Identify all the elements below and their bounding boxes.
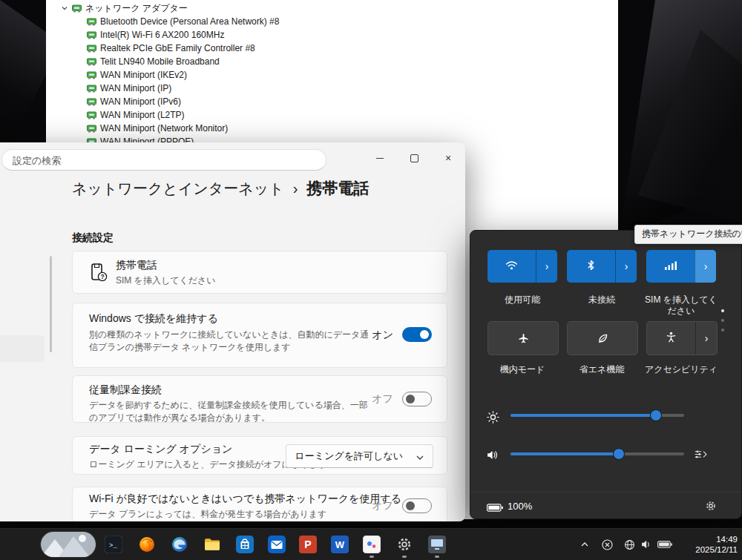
accessibility-button[interactable] — [647, 322, 695, 355]
taskbar: >_ P W 1 — [0, 528, 742, 560]
taskbar-app-edge[interactable] — [165, 530, 194, 559]
bluetooth-toggle-button[interactable] — [567, 250, 615, 283]
airplane-mode-tile[interactable] — [487, 321, 559, 355]
tree-node-network-adapters[interactable]: ネットワーク アダプター — [61, 1, 279, 15]
audio-output-button[interactable] — [695, 449, 709, 462]
circle-x-icon — [602, 539, 613, 550]
battery-icon — [657, 541, 672, 548]
close-icon: × — [445, 152, 451, 164]
leaf-icon — [568, 322, 637, 355]
cellular-tile: › — [646, 250, 716, 283]
taskbar-app-file-explorer[interactable] — [197, 530, 227, 559]
dropdown-selected-value: ローミングを許可しない — [295, 449, 403, 463]
clock-date: 2025/12/11 — [681, 544, 738, 555]
maximize-icon — [410, 154, 418, 162]
adapter-label: Bluetooth Device (Personal Area Network)… — [100, 16, 279, 27]
nav-selected-item-fragment[interactable] — [0, 335, 45, 362]
card-subtitle: データ プランによっては、料金が発生する場合があります — [89, 508, 386, 521]
network-adapter-icon — [87, 85, 96, 93]
accessibility-expand-button[interactable]: › — [695, 322, 717, 355]
window-caption-buttons: × — [363, 146, 465, 170]
paint-icon — [363, 536, 381, 553]
battery-percent-label[interactable]: 100% — [508, 501, 532, 512]
cellular-icon — [665, 260, 677, 273]
device-manager-icon — [428, 536, 446, 553]
taskbar-app-mail[interactable] — [262, 530, 292, 559]
tree-node-adapter[interactable]: Telit LN940 Mobile Broadband — [61, 55, 279, 68]
taskbar-app-firefox[interactable] — [132, 530, 162, 559]
tree-node-adapter[interactable]: WAN Miniport (IP) — [61, 82, 279, 95]
taskbar-app-store[interactable] — [230, 530, 260, 559]
airplane-icon — [488, 322, 558, 355]
clock-time: 14:49 — [681, 534, 738, 544]
network-adapter-icon — [87, 58, 96, 66]
network-adapter-icon — [87, 125, 96, 133]
keep-connected-card: Windows で接続を維持する 別の種類のネットワークに接続していないときは、… — [72, 303, 447, 368]
tree-node-adapter[interactable]: WAN Miniport (L2TP) — [61, 108, 279, 122]
close-button[interactable]: × — [431, 146, 465, 170]
taskbar-app-device-manager[interactable] — [422, 530, 452, 559]
cellular-expand-button[interactable]: › — [695, 250, 716, 283]
microsoft-store-icon — [236, 536, 254, 553]
network-adapter-icon — [87, 98, 96, 106]
wifi-expand-button[interactable]: › — [536, 250, 557, 283]
brightness-sun-icon — [487, 411, 499, 426]
sim-card-icon: ? — [88, 262, 108, 286]
tray-battery-button[interactable] — [654, 530, 675, 559]
tree-node-adapter[interactable]: Intel(R) Wi-Fi 6 AX200 160MHz — [61, 28, 279, 42]
chevron-up-icon — [581, 542, 588, 547]
bluetooth-expand-button[interactable]: › — [615, 250, 637, 283]
wifi-fallback-toggle[interactable] — [402, 498, 432, 513]
adapter-label: WAN Miniport (Network Monitor) — [100, 123, 228, 134]
console-icon: >_ — [105, 536, 122, 553]
adapter-label: WAN Miniport (IP) — [100, 83, 171, 93]
keep-connected-toggle[interactable] — [402, 327, 432, 342]
taskbar-app-powerpoint[interactable]: P — [293, 530, 323, 559]
taskbar-app-paint[interactable] — [357, 530, 387, 559]
brightness-slider[interactable] — [510, 409, 684, 422]
taskbar-clock[interactable]: 14:49 2025/12/11 — [681, 534, 738, 555]
wifi-toggle-button[interactable] — [487, 250, 536, 283]
maximize-button[interactable] — [397, 146, 431, 170]
minimize-button[interactable] — [363, 146, 397, 170]
wifi-fallback-card: Wi-Fi が良好ではないときはいつでも携帯ネットワークを使用する データ プラ… — [72, 487, 447, 521]
chevron-right-icon: › — [705, 332, 709, 344]
tree-node-adapter[interactable]: WAN Miniport (Network Monitor) — [61, 122, 279, 135]
edit-quick-settings-gear-icon[interactable] — [705, 500, 717, 515]
taskbar-app-word[interactable]: W — [325, 530, 355, 559]
tiles-pager[interactable] — [721, 309, 724, 332]
volume-slider[interactable] — [510, 447, 684, 461]
widgets-weather-button[interactable] — [41, 532, 96, 557]
tile-label: アクセシビリティ — [644, 364, 718, 375]
minimize-icon — [376, 158, 384, 159]
brightness-slider-thumb[interactable] — [650, 409, 662, 421]
card-subtitle: データを節約するために、従量制課金接続を使用している場合、一部のアプリでは動作が… — [89, 399, 375, 424]
settings-search-input[interactable]: 設定の検索 — [1, 149, 326, 171]
taskbar-app-console[interactable]: >_ — [99, 530, 128, 559]
toggle-state-label: オン — [372, 329, 393, 342]
card-title: Wi-Fi が良好ではないときはいつでも携帯ネットワークを使用する — [89, 493, 401, 506]
tree-node-adapter[interactable]: Realtek PCIe GbE Family Controller #8 — [61, 42, 279, 55]
taskbar-app-settings[interactable] — [390, 530, 419, 559]
tree-node-adapter[interactable]: WAN Miniport (IPv6) — [61, 95, 279, 108]
chevron-right-icon: › — [704, 260, 708, 272]
metered-toggle[interactable] — [402, 392, 432, 406]
nav-scrollbar[interactable] — [50, 256, 52, 352]
tree-node-adapter[interactable]: Bluetooth Device (Personal Area Network)… — [61, 15, 279, 28]
mail-icon — [268, 536, 286, 553]
tile-label: 未接続 — [565, 294, 639, 306]
quick-settings-panel: › › › 使用可能 未接続 SIM を挿入してください › 機内モード 省エネ… — [470, 230, 742, 519]
tree-collapse-icon[interactable] — [61, 4, 68, 12]
tray-circle-x-icon[interactable] — [597, 530, 617, 559]
pager-dot — [721, 329, 724, 332]
tray-show-hidden-icons[interactable] — [574, 530, 595, 559]
breadcrumb-parent[interactable]: ネットワークとインターネット — [72, 179, 284, 199]
cellular-status-card[interactable]: ? 携帯電話 SIM を挿入してください — [72, 251, 447, 294]
volume-slider-thumb[interactable] — [613, 448, 625, 460]
cellular-toggle-button[interactable] — [646, 250, 695, 283]
tree-node-adapter[interactable]: WAN Miniport (IKEv2) — [61, 68, 279, 82]
adapter-label: Realtek PCIe GbE Family Controller #8 — [100, 43, 255, 53]
adapter-label: Intel(R) Wi-Fi 6 AX200 160MHz — [100, 30, 224, 40]
roaming-dropdown[interactable]: ローミングを許可しない — [286, 444, 433, 468]
energy-saver-tile[interactable] — [567, 321, 638, 355]
